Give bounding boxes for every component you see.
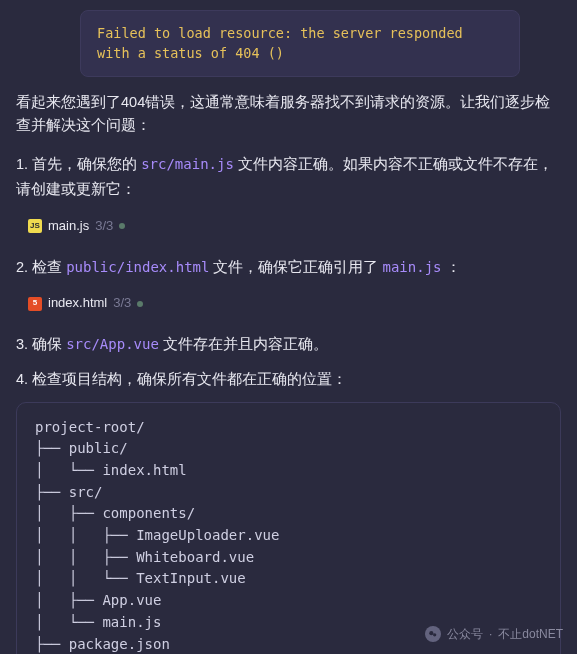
intro-paragraph: 看起来您遇到了404错误，这通常意味着服务器找不到请求的资源。让我们逐步检查并解… xyxy=(16,91,561,139)
step-3-prefix: 3. 确保 xyxy=(16,336,66,352)
file-chip-mainjs-frac: 3/3 xyxy=(95,216,113,237)
error-text: Failed to load resource: the server resp… xyxy=(97,25,463,61)
file-chip-mainjs-name: main.js xyxy=(48,216,89,237)
step-2-suffix: ： xyxy=(442,259,461,275)
step-2-code: public/index.html xyxy=(66,259,209,275)
watermark-name: 不止dotNET xyxy=(498,625,563,644)
svg-point-1 xyxy=(433,634,436,637)
error-message-box: Failed to load resource: the server resp… xyxy=(80,10,520,77)
js-file-icon: JS xyxy=(28,219,42,233)
svg-point-0 xyxy=(429,631,433,635)
step-2-prefix: 2. 检查 xyxy=(16,259,66,275)
file-chip-indexhtml-frac: 3/3 xyxy=(113,293,131,314)
step-3-code: src/App.vue xyxy=(66,336,159,352)
status-dot-icon xyxy=(137,301,143,307)
status-dot-icon xyxy=(119,223,125,229)
watermark-sep: · xyxy=(489,625,492,644)
step-1-code: src/main.js xyxy=(141,156,234,172)
step-3-suffix: 文件存在并且内容正确。 xyxy=(159,336,328,352)
step-1-prefix: 1. 首先，确保您的 xyxy=(16,156,141,172)
html-file-icon: 5 xyxy=(28,297,42,311)
step-2-mid: 文件，确保它正确引用了 xyxy=(209,259,382,275)
wechat-icon xyxy=(425,626,441,642)
step-2-code2: main.js xyxy=(383,259,442,275)
file-chip-indexhtml-name: index.html xyxy=(48,293,107,314)
step-4: 4. 检查项目结构，确保所有文件都在正确的位置： xyxy=(16,367,561,392)
watermark: 公众号 · 不止dotNET xyxy=(425,625,563,644)
watermark-label: 公众号 xyxy=(447,625,483,644)
step-3: 3. 确保 src/App.vue 文件存在并且内容正确。 xyxy=(16,332,561,357)
step-1: 1. 首先，确保您的 src/main.js 文件内容正确。如果内容不正确或文件… xyxy=(16,152,561,201)
file-chip-indexhtml[interactable]: 5 index.html 3/3 xyxy=(28,293,143,314)
project-tree-code: project-root/ ├── public/ │ └── index.ht… xyxy=(16,402,561,654)
file-chip-mainjs[interactable]: JS main.js 3/3 xyxy=(28,216,125,237)
step-2: 2. 检查 public/index.html 文件，确保它正确引用了 main… xyxy=(16,255,561,280)
